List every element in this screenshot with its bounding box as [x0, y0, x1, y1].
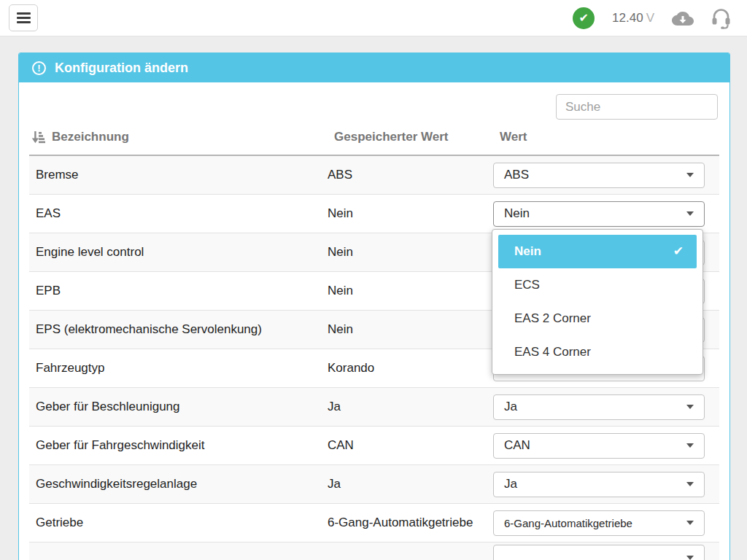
dropdown-option-label: ECS [514, 278, 540, 292]
row-saved-value: Nein [328, 200, 493, 228]
row-label: Bremse [29, 162, 328, 188]
row-value-cell: Ja [493, 472, 719, 497]
status-ok-icon: ✔ [573, 7, 595, 29]
row-label: Geber für Beschleunigung [29, 394, 328, 420]
table-row: Getriebe 6-Gang-Automatikgetriebe 6-Gang… [29, 504, 719, 542]
chevron-down-icon [686, 443, 694, 448]
select-current-value: 6-Gang-Automatikgetriebe [504, 517, 632, 529]
hamburger-icon [17, 12, 31, 15]
table-row [29, 542, 719, 560]
value-select[interactable] [493, 545, 705, 560]
cloud-download-icon[interactable] [672, 10, 694, 26]
column-header-wert[interactable]: Wert [500, 130, 719, 144]
row-saved-value: Nein [328, 277, 493, 306]
value-select[interactable]: Ja [493, 394, 705, 420]
chevron-down-icon [686, 405, 694, 409]
chevron-down-icon [686, 556, 694, 560]
search-row [29, 82, 719, 120]
column-header-gespeicherter-wert[interactable]: Gespeicherter Wert [334, 130, 500, 144]
chevron-down-icon [686, 482, 694, 486]
search-input[interactable] [556, 94, 718, 120]
row-label: Getriebe [29, 510, 328, 536]
chevron-down-icon [686, 211, 694, 216]
row-value-cell [493, 542, 719, 560]
check-icon: ✔ [673, 244, 684, 259]
table-row: Geber für Beschleunigung Ja Ja [29, 388, 719, 427]
row-label: EAS [29, 201, 328, 227]
hamburger-menu-button[interactable] [9, 4, 38, 31]
status-area: ✔ 12.40V [573, 7, 731, 29]
dropdown-option[interactable]: Nein ✔ [498, 235, 697, 268]
select-current-value: Ja [504, 477, 517, 491]
table-row: Geber für Fahrgeschwindigkeit CAN CAN [29, 427, 719, 465]
table-row: EAS Nein Nein [29, 195, 719, 233]
row-value-cell: CAN [493, 433, 719, 459]
row-saved-value: Nein [328, 238, 493, 267]
column-header-bezeichnung[interactable]: Bezeichnung [29, 130, 334, 144]
dropdown-option-label: EAS 2 Corner [514, 311, 591, 326]
select-current-value: ABS [504, 168, 529, 182]
dropdown-option-label: EAS 4 Corner [514, 345, 591, 359]
row-label: Geschwindigkeitsregelanlage [29, 471, 328, 497]
row-label: Engine level control [29, 239, 328, 265]
value-select[interactable]: CAN [493, 433, 705, 459]
row-saved-value: Ja [328, 470, 493, 499]
row-value-cell: Nein [493, 201, 719, 227]
panel-header: ! Konfiguration ändern [19, 53, 729, 82]
battery-voltage: 12.40V [612, 11, 654, 26]
row-saved-value: Korando [328, 354, 493, 383]
row-saved-value: Nein [328, 316, 493, 344]
row-saved-value: 6-Gang-Automatikgetriebe [328, 509, 493, 537]
voltage-unit: V [646, 11, 654, 25]
row-value-cell: Ja [493, 394, 719, 420]
select-current-value: Nein [504, 206, 530, 221]
top-bar: ✔ 12.40V [0, 0, 747, 36]
row-saved-value: ABS [328, 161, 493, 190]
row-label [29, 542, 328, 554]
hamburger-icon [17, 17, 31, 19]
dropdown-option[interactable]: ECS [498, 268, 697, 302]
dropdown-menu: Nein ✔ ECS EAS 2 Corner EAS 4 Corner [492, 229, 703, 375]
table-row: Geschwindigkeitsregelanlage Ja Ja [29, 465, 719, 504]
select-current-value: Ja [504, 400, 517, 414]
hamburger-icon [17, 21, 31, 23]
row-label: Fahrzeugtyp [29, 355, 328, 381]
alert-circle-icon: ! [32, 61, 46, 75]
page-title: Konfiguration ändern [55, 61, 188, 76]
dropdown-option[interactable]: EAS 2 Corner [498, 302, 697, 335]
column-label: Bezeichnung [52, 130, 129, 144]
chevron-down-icon [686, 173, 694, 177]
voltage-value: 12.40 [612, 11, 643, 25]
row-saved-value: CAN [328, 432, 493, 460]
dropdown-option[interactable]: EAS 4 Corner [498, 335, 697, 369]
row-saved-value [328, 542, 493, 554]
dropdown-option-label: Nein [514, 244, 541, 259]
column-label: Gespeicherter Wert [334, 130, 449, 144]
table-header: Bezeichnung Gespeicherter Wert Wert [29, 120, 719, 156]
headset-icon[interactable] [711, 7, 731, 29]
row-label: EPB [29, 278, 328, 304]
row-value-cell: 6-Gang-Automatikgetriebe [493, 510, 719, 536]
value-select[interactable]: Nein [493, 201, 705, 227]
select-current-value: CAN [504, 438, 530, 453]
chevron-down-icon [686, 521, 694, 525]
row-label: Geber für Fahrgeschwindigkeit [29, 432, 328, 459]
value-select[interactable]: 6-Gang-Automatikgetriebe [493, 510, 705, 536]
sort-amount-icon [31, 130, 45, 144]
value-select[interactable]: Ja [493, 472, 705, 497]
row-saved-value: Ja [328, 393, 493, 421]
table-row: Bremse ABS ABS [29, 156, 719, 195]
row-value-cell: ABS [493, 163, 719, 188]
value-select[interactable]: ABS [493, 163, 705, 188]
row-label: EPS (elektromechanische Servolenkung) [29, 316, 328, 343]
column-label: Wert [500, 130, 527, 144]
